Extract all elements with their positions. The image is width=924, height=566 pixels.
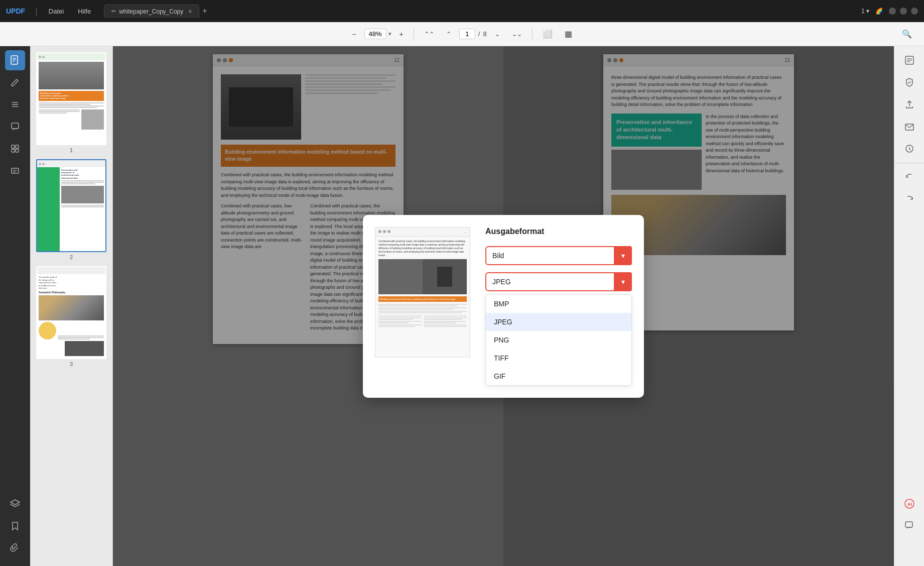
subformat-field: ▾ BMP JPEG PNG TIFF GIF xyxy=(485,272,632,386)
thumb-label-1: 1 xyxy=(70,147,73,153)
sidebar-icon-layers[interactable] xyxy=(5,494,25,514)
titlebar-page[interactable]: 1 ▾ xyxy=(861,8,869,15)
right-icon-ocr[interactable] xyxy=(899,50,919,70)
nav-next-button[interactable]: ⌄ xyxy=(491,29,504,40)
svg-text:AI: AI xyxy=(907,502,912,507)
maximize-button[interactable] xyxy=(900,8,907,15)
sidebar-icon-organize[interactable] xyxy=(5,139,25,159)
sidebar-icon-list[interactable] xyxy=(5,94,25,115)
presentation-mode-button[interactable]: ⬜ xyxy=(539,27,557,41)
right-sidebar-separator xyxy=(894,163,924,163)
dialog-title: Ausgabeformat xyxy=(485,227,632,236)
format-chevron-icon: ▾ xyxy=(621,252,625,260)
format-option-png[interactable]: PNG xyxy=(486,331,631,349)
menu-hilfe[interactable]: Hilfe xyxy=(73,6,96,17)
subformat-dropdown-arrow[interactable]: ▾ xyxy=(614,272,632,291)
dialog-preview-image: ... Combined with practical cases, the b… xyxy=(375,227,470,358)
dialog-right-panel: Ausgabeformat ▾ xyxy=(485,227,632,386)
sidebar-icon-edit[interactable] xyxy=(5,72,25,92)
svg-rect-10 xyxy=(12,149,15,152)
page-number-input[interactable] xyxy=(459,29,475,39)
zoom-value-display[interactable]: 48% xyxy=(364,29,386,39)
subformat-chevron-icon: ▾ xyxy=(621,278,625,286)
zoom-out-button[interactable]: − xyxy=(348,28,360,40)
svg-rect-8 xyxy=(12,145,15,148)
tab-close-button[interactable]: × xyxy=(188,8,192,15)
nav-prev-button[interactable]: ⌃ xyxy=(442,29,455,40)
nav-last-button[interactable]: ⌄⌄ xyxy=(508,29,526,40)
toolbar: − 48% ▾ + ⌃⌃ ⌃ / 8 ⌄ ⌄⌄ ⬜ ▦ 🔍 xyxy=(0,22,924,46)
export-dialog: ... Combined with practical cases, the b… xyxy=(363,215,644,398)
prev-dot-1 xyxy=(378,230,381,233)
svg-rect-9 xyxy=(16,145,19,148)
zoom-in-button[interactable]: + xyxy=(395,28,408,40)
right-icon-protect[interactable] xyxy=(899,72,919,92)
minimize-button[interactable] xyxy=(889,8,896,15)
format-option-tiff[interactable]: TIFF xyxy=(486,349,631,367)
right-icon-redo[interactable] xyxy=(899,189,919,209)
format-select[interactable] xyxy=(485,246,632,265)
tab-whitepaper[interactable]: ✏ whitepaper_Copy_Copy × xyxy=(104,5,199,18)
left-sidebar xyxy=(0,46,30,566)
prev-dot-3 xyxy=(387,230,390,233)
format-dropdown-wrapper: ▾ xyxy=(485,246,632,265)
thumb-img-1: Building environmentinformation modeling… xyxy=(36,52,106,145)
svg-rect-20 xyxy=(905,124,913,130)
subformat-select[interactable] xyxy=(485,272,632,291)
titlebar: UPDF | Datei Hilfe ✏ whitepaper_Copy_Cop… xyxy=(0,0,924,22)
thumb-label-3: 3 xyxy=(70,361,73,367)
sidebar-icon-ocr[interactable] xyxy=(5,161,25,181)
sidebar-bottom-icons xyxy=(0,494,30,558)
sidebar-icon-attach[interactable] xyxy=(5,538,25,558)
right-icon-mail[interactable] xyxy=(899,117,919,137)
menu-datei[interactable]: Datei xyxy=(44,6,69,17)
dialog-preview-panel: ... Combined with practical cases, the b… xyxy=(375,227,475,386)
thumbnail-page-1[interactable]: Building environmentinformation modeling… xyxy=(35,52,108,153)
dialog-overlay: ... Combined with practical cases, the b… xyxy=(113,46,894,566)
thumbnail-page-2[interactable]: Preservation andinheritance ofarchitectu… xyxy=(35,159,108,260)
thumbnail-page-3[interactable]: The specific goals ofthe design will bee… xyxy=(35,266,108,367)
page-indicator: / 8 xyxy=(459,29,487,39)
format-option-gif[interactable]: GIF xyxy=(486,367,631,385)
thumbnail-panel: Building environmentinformation modeling… xyxy=(30,46,113,566)
sidebar-icon-document[interactable] xyxy=(5,50,25,70)
search-button[interactable]: 🔍 xyxy=(898,27,916,41)
format-option-jpeg[interactable]: JPEG xyxy=(486,313,631,331)
toolbar-right-group: 🔍 xyxy=(898,27,916,41)
svg-rect-12 xyxy=(12,168,19,173)
main-area: Building environmentinformation modeling… xyxy=(0,46,924,566)
right-icon-undo[interactable] xyxy=(899,167,919,187)
page-separator: / xyxy=(478,30,480,38)
thumb-img-3: The specific goals ofthe design will bee… xyxy=(36,266,106,359)
page-total: 8 xyxy=(483,30,486,38)
sidebar-icon-bookmark[interactable] xyxy=(5,516,25,536)
right-icon-share[interactable] xyxy=(899,94,919,115)
format-option-bmp[interactable]: BMP xyxy=(486,295,631,313)
close-button[interactable] xyxy=(911,8,918,15)
thumb-label-2: 2 xyxy=(70,254,73,260)
format-field: ▾ xyxy=(485,246,632,265)
nav-first-button[interactable]: ⌃⌃ xyxy=(420,29,438,40)
tab-label: whitepaper_Copy_Copy xyxy=(119,8,183,15)
page-content-area: 12 xyxy=(113,46,894,566)
subformat-dropdown-list: BMP JPEG PNG TIFF GIF xyxy=(485,294,632,386)
right-icon-comment-right[interactable] xyxy=(899,516,919,536)
subformat-dropdown-wrapper: ▾ xyxy=(485,272,632,291)
new-tab-button[interactable]: + xyxy=(202,7,207,16)
svg-rect-24 xyxy=(905,522,912,527)
preview-page-bar: ... xyxy=(375,228,470,237)
right-icon-history[interactable] xyxy=(899,139,919,159)
zoom-dropdown-icon[interactable]: ▾ xyxy=(388,31,391,37)
zoom-control: 48% ▾ xyxy=(364,29,391,39)
right-sidebar: AI xyxy=(894,46,924,566)
svg-rect-11 xyxy=(16,149,19,152)
sidebar-icon-comment[interactable] xyxy=(5,117,25,137)
right-icon-ai[interactable]: AI xyxy=(899,494,919,514)
layout-mode-button[interactable]: ▦ xyxy=(561,27,576,41)
svg-marker-15 xyxy=(11,500,20,505)
format-dropdown-arrow[interactable]: ▾ xyxy=(614,246,632,265)
prev-dot-2 xyxy=(383,230,386,233)
toolbar-separator-1 xyxy=(414,28,414,40)
tab-edit-icon: ✏ xyxy=(111,8,116,15)
tab-area: ✏ whitepaper_Copy_Copy × + xyxy=(104,5,857,18)
